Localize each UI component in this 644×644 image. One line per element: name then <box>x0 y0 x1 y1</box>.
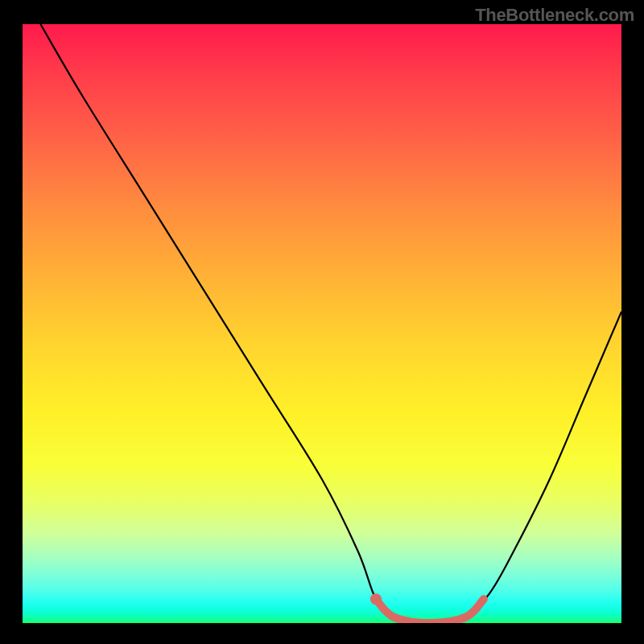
bottleneck-curve <box>40 24 621 623</box>
chart-svg <box>23 24 621 623</box>
highlight-start-dot <box>370 593 382 605</box>
recommended-range-highlight <box>376 599 484 623</box>
watermark-text: TheBottleneck.com <box>475 5 634 26</box>
chart-plot-area <box>23 24 621 623</box>
